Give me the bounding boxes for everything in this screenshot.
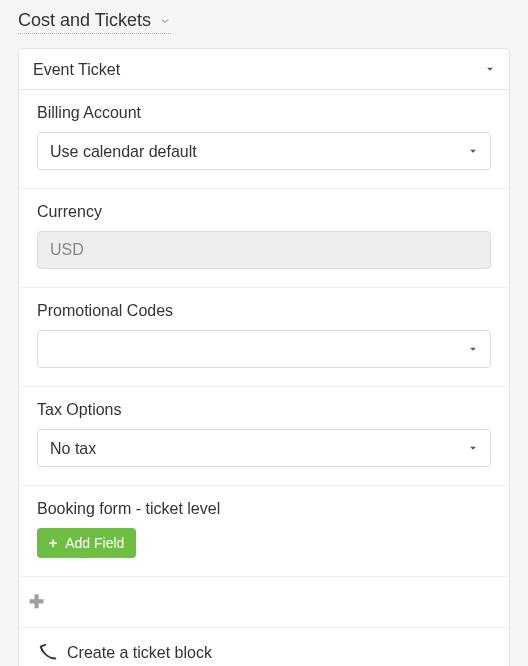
chevron-down-icon	[159, 15, 171, 27]
plus-icon: ✚	[29, 591, 44, 613]
booking-form-label: Booking form - ticket level	[37, 500, 491, 518]
billing-account-group: Billing Account Use calendar default	[19, 90, 509, 189]
currency-label: Currency	[37, 203, 491, 221]
ticket-type-select[interactable]: Event Ticket	[19, 49, 509, 89]
currency-group: Currency	[19, 189, 509, 288]
create-ticket-block-row: Create a ticket block	[19, 627, 509, 666]
tax-options-group: Tax Options No tax	[19, 387, 509, 486]
section-title: Cost and Tickets	[18, 10, 151, 31]
currency-input	[37, 231, 491, 269]
add-field-label: Add Field	[65, 535, 124, 551]
tax-options-label: Tax Options	[37, 401, 491, 419]
promo-codes-group: Promotional Codes	[19, 288, 509, 387]
add-field-button[interactable]: + Add Field	[37, 528, 136, 558]
promo-codes-select[interactable]	[37, 330, 491, 368]
tax-options-select[interactable]: No tax	[37, 429, 491, 467]
curved-arrow-icon	[37, 642, 59, 664]
billing-account-select[interactable]: Use calendar default	[37, 132, 491, 170]
section-header-cost-tickets[interactable]: Cost and Tickets	[18, 10, 171, 34]
billing-account-label: Billing Account	[37, 104, 491, 122]
promo-codes-label: Promotional Codes	[37, 302, 491, 320]
plus-icon: +	[49, 536, 57, 550]
ticket-type-select-wrap: Event Ticket	[18, 48, 510, 90]
booking-form-group: Booking form - ticket level + Add Field	[19, 486, 509, 576]
add-block-row[interactable]: ✚	[19, 576, 509, 627]
create-ticket-block-label: Create a ticket block	[67, 644, 212, 662]
